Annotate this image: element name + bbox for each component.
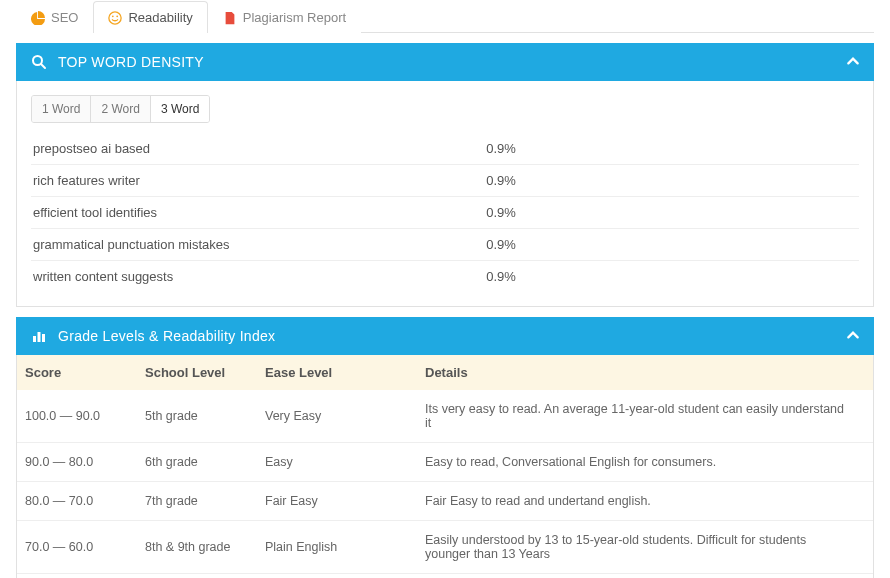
- subtab-1word[interactable]: 1 Word: [32, 96, 91, 122]
- svg-line-4: [41, 64, 45, 68]
- chevron-up-icon[interactable]: [846, 54, 860, 71]
- density-pct: 0.9%: [486, 237, 857, 252]
- bar-chart-icon: [30, 327, 48, 345]
- subtab-2word[interactable]: 2 Word: [91, 96, 150, 122]
- density-pct: 0.9%: [486, 173, 857, 188]
- grade-score: 80.0 — 70.0: [25, 494, 145, 508]
- col-header-score: Score: [25, 365, 145, 380]
- svg-rect-5: [33, 336, 36, 342]
- grade-ease: Very Easy: [265, 409, 425, 423]
- search-icon: [30, 53, 48, 71]
- tab-seo-label: SEO: [51, 10, 78, 25]
- grade-school: 7th grade: [145, 494, 265, 508]
- grade-school: 8th & 9th grade: [145, 540, 265, 554]
- grade-body: Score School Level Ease Level Details 10…: [16, 355, 874, 578]
- density-header[interactable]: TOP WORD DENSITY: [16, 43, 874, 81]
- grade-score: 100.0 — 90.0: [25, 409, 145, 423]
- svg-rect-7: [42, 334, 45, 342]
- grade-row: 90.0 — 80.0 6th grade Easy Easy to read,…: [17, 443, 873, 482]
- tab-readability[interactable]: Readability: [93, 1, 207, 33]
- grade-score: 70.0 — 60.0: [25, 540, 145, 554]
- density-pct: 0.9%: [486, 205, 857, 220]
- tab-seo[interactable]: SEO: [16, 1, 93, 33]
- density-term: prepostseo ai based: [33, 141, 486, 156]
- density-pct: 0.9%: [486, 141, 857, 156]
- tab-plagiarism[interactable]: Plagiarism Report: [208, 1, 361, 33]
- svg-point-0: [109, 11, 121, 23]
- col-header-ease: Ease Level: [265, 365, 425, 380]
- pie-icon: [31, 11, 45, 25]
- density-term: grammatical punctuation mistakes: [33, 237, 486, 252]
- grade-ease: Easy: [265, 455, 425, 469]
- grade-row: 100.0 — 90.0 5th grade Very Easy Its ver…: [17, 390, 873, 443]
- col-header-details: Details: [425, 365, 865, 380]
- subtab-3word[interactable]: 3 Word: [151, 96, 209, 122]
- density-row: written content suggests 0.9%: [31, 261, 859, 292]
- svg-rect-6: [38, 332, 41, 342]
- density-row: grammatical punctuation mistakes 0.9%: [31, 229, 859, 261]
- density-body: 1 Word 2 Word 3 Word prepostseo ai based…: [16, 81, 874, 307]
- main-tabs: SEO Readability Plagiarism Report: [16, 0, 874, 33]
- grade-details: Its very easy to read. An average 11-yea…: [425, 402, 865, 430]
- density-row: rich features writer 0.9%: [31, 165, 859, 197]
- col-header-school: School Level: [145, 365, 265, 380]
- grade-school: 5th grade: [145, 409, 265, 423]
- grade-score: 90.0 — 80.0: [25, 455, 145, 469]
- density-term: written content suggests: [33, 269, 486, 284]
- smile-icon: [108, 11, 122, 25]
- grade-ease: Plain English: [265, 540, 425, 554]
- density-subtabs: 1 Word 2 Word 3 Word: [31, 95, 210, 123]
- grade-details: Easily understood by 13 to 15-year-old s…: [425, 533, 865, 561]
- grade-row: 70.0 — 60.0 8th & 9th grade Plain Englis…: [17, 521, 873, 574]
- density-row: efficient tool identifies 0.9%: [31, 197, 859, 229]
- tab-plagiarism-label: Plagiarism Report: [243, 10, 346, 25]
- document-icon: [223, 11, 237, 25]
- grade-row: 80.0 — 70.0 7th grade Fair Easy Fair Eas…: [17, 482, 873, 521]
- grade-table-header: Score School Level Ease Level Details: [17, 355, 873, 390]
- grade-title: Grade Levels & Readability Index: [58, 328, 846, 344]
- svg-point-1: [112, 15, 114, 17]
- chevron-up-icon[interactable]: [846, 328, 860, 345]
- grade-details: Easy to read, Conversational English for…: [425, 455, 865, 469]
- density-title: TOP WORD DENSITY: [58, 54, 846, 70]
- density-pct: 0.9%: [486, 269, 857, 284]
- grade-ease: Fair Easy: [265, 494, 425, 508]
- density-term: rich features writer: [33, 173, 486, 188]
- tab-readability-label: Readability: [128, 10, 192, 25]
- grade-row: 60.0 — 50.0 10th to 12th grade Fairly Di…: [17, 574, 873, 578]
- svg-point-2: [117, 15, 119, 17]
- density-term: efficient tool identifies: [33, 205, 486, 220]
- grade-table: Score School Level Ease Level Details 10…: [17, 355, 873, 578]
- grade-header[interactable]: Grade Levels & Readability Index: [16, 317, 874, 355]
- grade-details: Fair Easy to read and undertand english.: [425, 494, 865, 508]
- density-row: prepostseo ai based 0.9%: [31, 133, 859, 165]
- grade-school: 6th grade: [145, 455, 265, 469]
